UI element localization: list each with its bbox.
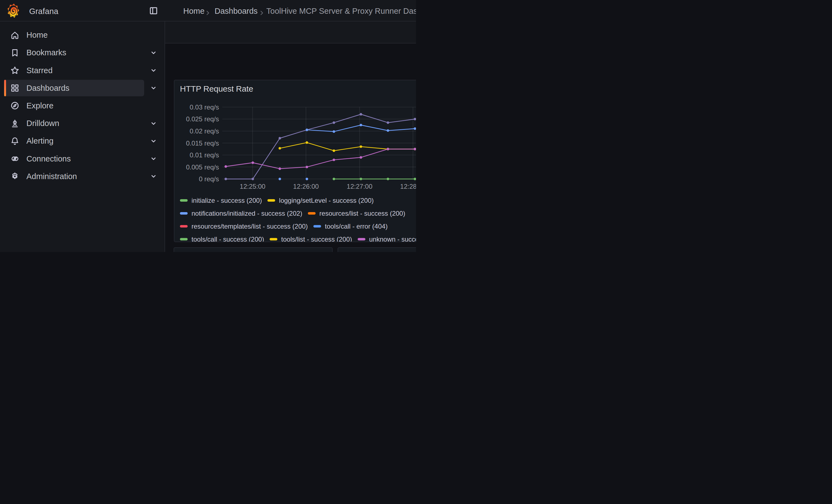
svg-text:12:28:00: 12:28:00 — [400, 183, 416, 190]
svg-text:0.015 req/s: 0.015 req/s — [186, 139, 219, 147]
svg-text:12:26:00: 12:26:00 — [293, 183, 319, 190]
svg-text:0.02 req/s: 0.02 req/s — [189, 127, 219, 135]
svg-text:12:27:00: 12:27:00 — [347, 183, 372, 190]
svg-text:0.025 req/s: 0.025 req/s — [186, 115, 219, 123]
svg-text:12:25:00: 12:25:00 — [240, 183, 265, 190]
svg-text:0.01 req/s: 0.01 req/s — [189, 151, 219, 159]
svg-text:0.005 req/s: 0.005 req/s — [186, 163, 219, 171]
svg-text:0.03 req/s: 0.03 req/s — [189, 103, 219, 111]
svg-text:0 req/s: 0 req/s — [199, 175, 219, 183]
